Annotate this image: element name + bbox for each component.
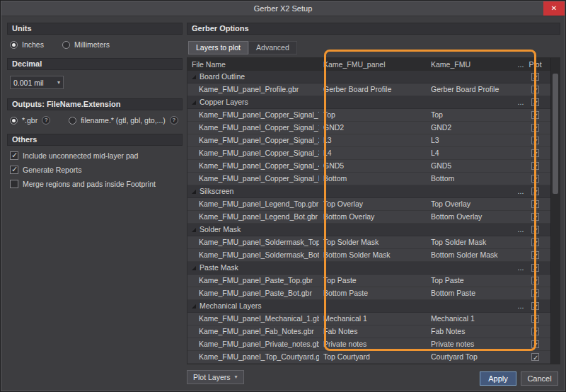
cancel-button[interactable]: Cancel xyxy=(521,371,558,386)
layer-file-row[interactable]: Kame_FMU_panel_Soldermask_Top.gbrTop Sol… xyxy=(187,236,560,249)
layer-name-board-cell[interactable]: GND2 xyxy=(427,122,515,134)
layer-group-row[interactable]: Solder Mask... xyxy=(187,224,560,236)
tab-advanced[interactable]: Advanced xyxy=(248,41,297,54)
plot-checkbox[interactable] xyxy=(531,188,539,195)
layer-name-panel-cell[interactable]: L4 xyxy=(319,147,427,159)
layer-name-panel-cell[interactable]: Bottom xyxy=(319,173,427,185)
row-options-button[interactable]: ... xyxy=(515,185,526,197)
layer-name-board-cell[interactable]: Bottom Solder Mask xyxy=(427,249,515,261)
group-expand-icon[interactable] xyxy=(192,304,196,309)
col-header-board[interactable]: Kame_FMU xyxy=(427,58,515,71)
layer-name-panel-cell[interactable]: Top xyxy=(319,109,427,121)
help-icon[interactable]: ? xyxy=(42,116,50,125)
layer-name-panel-cell[interactable]: Gerber Board Profile xyxy=(319,83,427,96)
layer-name-board-cell[interactable]: Courtyard Top xyxy=(427,351,515,363)
plot-checkbox[interactable] xyxy=(531,149,539,157)
plot-checkbox[interactable] xyxy=(531,340,539,348)
layer-name-panel-cell[interactable]: Fab Notes xyxy=(319,325,427,338)
layer-name-panel-cell[interactable]: Top Overlay xyxy=(319,198,427,210)
output-gbr-radio[interactable] xyxy=(10,117,18,125)
plot-checkbox[interactable] xyxy=(531,98,539,106)
scrollbar-thumb[interactable] xyxy=(553,74,558,194)
layer-name-panel-cell[interactable]: Mechanical 1 xyxy=(319,313,427,325)
group-expand-icon[interactable] xyxy=(192,75,196,79)
layer-name-board-cell[interactable]: Bottom Paste xyxy=(427,287,515,299)
layer-name-board-cell[interactable]: Top Paste xyxy=(427,275,515,287)
layer-name-board-cell[interactable]: Gerber Board Profile xyxy=(427,83,515,96)
plot-checkbox[interactable] xyxy=(531,226,539,234)
plot-checkbox[interactable] xyxy=(531,264,539,272)
layer-name-board-cell[interactable] xyxy=(427,96,515,108)
checkbox[interactable] xyxy=(10,166,18,174)
layer-group-row[interactable]: Copper Layers... xyxy=(187,96,560,109)
row-options-button[interactable]: ... xyxy=(515,96,526,108)
layer-file-row[interactable]: Kame_FMU_panel_Top_Courtyard.gbrTop Cour… xyxy=(187,351,560,364)
plot-checkbox[interactable] xyxy=(531,86,539,93)
checkbox[interactable] xyxy=(10,180,18,188)
output-filename-radio[interactable] xyxy=(69,117,76,125)
plot-checkbox[interactable] xyxy=(531,315,539,323)
layer-name-board-cell[interactable] xyxy=(427,224,515,236)
layer-name-board-cell[interactable] xyxy=(427,262,515,274)
layer-file-row[interactable]: Kame_FMU_panel_Copper_Signal_1.gbrGND2GN… xyxy=(187,122,560,134)
plot-checkbox[interactable] xyxy=(531,111,539,119)
plot-checkbox[interactable] xyxy=(531,162,539,170)
plot-checkbox[interactable] xyxy=(531,175,539,183)
plot-checkbox[interactable] xyxy=(531,124,539,132)
layer-name-board-cell[interactable]: GND5 xyxy=(427,160,515,172)
layer-file-row[interactable]: Kame_FMU_panel_Paste_Bot.gbrBottom Paste… xyxy=(187,287,560,300)
layer-file-row[interactable]: Kame_FMU_panel_Copper_Signal_Top.gbrTopT… xyxy=(187,109,560,122)
apply-button[interactable]: Apply xyxy=(480,371,516,386)
layer-name-panel-cell[interactable] xyxy=(319,224,427,236)
layer-file-row[interactable]: Kame_FMU_panel_Copper_Signal_3.gbrL4L4 xyxy=(187,147,560,160)
layer-name-board-cell[interactable]: Top xyxy=(427,109,515,121)
plot-checkbox[interactable] xyxy=(531,353,539,361)
plot-checkbox[interactable] xyxy=(531,277,539,284)
group-expand-icon[interactable] xyxy=(192,228,196,232)
layer-name-panel-cell[interactable] xyxy=(319,96,427,108)
decimal-dropdown[interactable]: 0.001 mil ▾ xyxy=(10,76,64,89)
layer-name-panel-cell[interactable]: Top Courtyard xyxy=(319,351,427,363)
layer-name-board-cell[interactable]: L3 xyxy=(427,134,515,146)
layer-name-board-cell[interactable] xyxy=(427,185,515,197)
layer-name-board-cell[interactable]: Top Solder Mask xyxy=(427,236,515,248)
row-options-button[interactable]: ... xyxy=(515,262,526,274)
layer-name-board-cell[interactable]: L4 xyxy=(427,147,515,159)
col-header-plot[interactable]: Plot xyxy=(526,58,544,71)
layer-name-panel-cell[interactable]: Top Solder Mask xyxy=(319,236,427,248)
layer-name-panel-cell[interactable]: Private notes xyxy=(319,338,427,350)
layer-name-panel-cell[interactable]: Top Paste xyxy=(319,275,427,287)
col-header-options[interactable]: ... xyxy=(515,58,526,71)
close-button[interactable]: ✕ xyxy=(543,1,565,16)
layer-name-board-cell[interactable]: Top Overlay xyxy=(427,198,515,210)
row-options-button[interactable]: ... xyxy=(515,300,526,312)
plot-checkbox[interactable] xyxy=(531,302,539,310)
table-scrollbar[interactable] xyxy=(550,58,560,364)
layer-name-panel-cell[interactable]: Bottom Overlay xyxy=(319,211,427,223)
units-inches-radio[interactable] xyxy=(10,41,18,49)
layer-group-row[interactable]: Silkscreen... xyxy=(187,185,560,198)
plot-checkbox[interactable] xyxy=(531,238,539,246)
layer-name-board-cell[interactable]: Fab Notes xyxy=(427,325,515,338)
layer-file-row[interactable]: Kame_FMU_panel_Copper_Signal_2.gbrL3L3 xyxy=(187,134,560,147)
layer-file-row[interactable]: Kame_FMU_panel_Fab_Notes.gbrFab NotesFab… xyxy=(187,325,560,338)
layer-name-panel-cell[interactable]: Bottom Paste xyxy=(319,287,427,299)
plot-checkbox[interactable] xyxy=(531,73,539,81)
layer-file-row[interactable]: Kame_FMU_panel_Profile.gbrGerber Board P… xyxy=(187,83,560,96)
option-checkbox-row[interactable]: Generate Reports xyxy=(10,166,180,174)
layer-file-row[interactable]: Kame_FMU_panel_Paste_Top.gbrTop PasteTop… xyxy=(187,275,560,287)
layer-name-panel-cell[interactable] xyxy=(319,300,427,312)
group-expand-icon[interactable] xyxy=(192,266,196,270)
layer-name-panel-cell[interactable]: GND5 xyxy=(319,160,427,172)
layer-file-row[interactable]: Kame_FMU_panel_Copper_Signal_Bot.gbrBott… xyxy=(187,173,560,185)
row-options-button[interactable]: ... xyxy=(515,224,526,236)
option-checkbox-row[interactable]: Merge regions and pads inside Footprint xyxy=(10,180,180,188)
layer-group-row[interactable]: Board Outline xyxy=(187,71,560,83)
layer-file-row[interactable]: Kame_FMU_panel_Private_notes.gbrPrivate … xyxy=(187,338,560,351)
layer-name-board-cell[interactable]: Bottom Overlay xyxy=(427,211,515,223)
plot-checkbox[interactable] xyxy=(531,289,539,297)
layer-file-row[interactable]: Kame_FMU_panel_Soldermask_Bot.gbrBottom … xyxy=(187,249,560,262)
plot-checkbox[interactable] xyxy=(531,251,539,259)
col-header-file-name[interactable]: File Name xyxy=(187,58,319,71)
layer-file-row[interactable]: Kame_FMU_panel_Mechanical_1.gbrMechanica… xyxy=(187,313,560,325)
